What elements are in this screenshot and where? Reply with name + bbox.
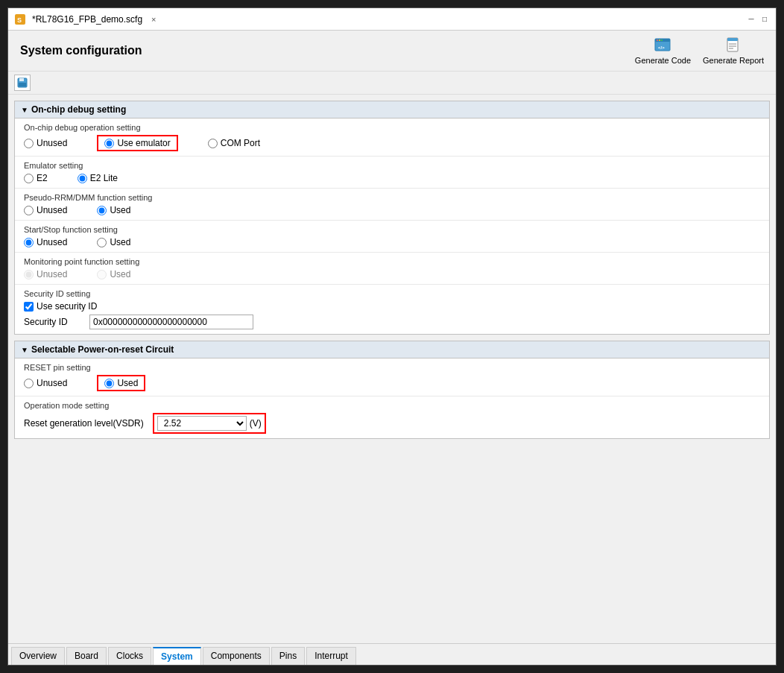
tab-pins[interactable]: Pins: [271, 647, 305, 665]
pseudo-rrm-radio-group: Unused Used: [24, 205, 760, 215]
radio-used2-label: Used: [110, 205, 130, 215]
radio-com-port-label: COM Port: [221, 138, 260, 148]
generate-code-label: Generate Code: [635, 56, 691, 65]
radio-e2-label: E2: [37, 173, 48, 183]
header-actions: </> Generate Code Generate Report: [635, 37, 764, 65]
tab-overview[interactable]: Overview: [11, 647, 65, 665]
debug-operation-label: On-chip debug operation setting: [24, 123, 760, 132]
security-id-field-label: Security ID: [24, 317, 83, 327]
radio-used4-label: Used: [110, 269, 130, 279]
main-window: S *RL78G16_FPB_demo.scfg × ─ □ System co…: [7, 7, 777, 666]
radio-used2-input[interactable]: [97, 206, 107, 215]
radio-unused5: Unused: [24, 378, 67, 388]
collapse-arrow-debug[interactable]: ▼: [21, 106, 28, 114]
reset-gen-level-label: Reset generation level(VSDR): [24, 418, 144, 429]
security-id-input-row: Security ID: [24, 315, 760, 329]
radio-used5-label: Used: [117, 378, 138, 388]
radio-used3-input[interactable]: [97, 238, 107, 247]
section-on-chip-debug: ▼ On-chip debug setting On-chip debug op…: [14, 101, 770, 335]
radio-e2-input[interactable]: [24, 174, 34, 183]
tab-system[interactable]: System: [153, 647, 201, 665]
svg-rect-9: [727, 38, 738, 41]
radio-unused5-label: Unused: [37, 378, 67, 388]
radio-e2: E2: [24, 173, 48, 183]
start-stop-label: Start/Stop function setting: [24, 225, 760, 234]
radio-used3: Used: [97, 237, 130, 247]
setting-operation-mode: Operation mode setting Reset generation …: [15, 396, 769, 438]
setting-debug-operation: On-chip debug operation setting Unused U…: [15, 119, 769, 157]
minimize-button[interactable]: ─: [746, 14, 756, 25]
radio-used3-label: Used: [110, 237, 130, 247]
security-id-input[interactable]: [89, 315, 253, 329]
save-button[interactable]: [14, 75, 31, 91]
tab-title: *RL78G16_FPB_demo.scfg: [32, 14, 142, 25]
radio-unused3-input[interactable]: [24, 238, 34, 247]
reset-pin-radio-group: Unused Used: [24, 375, 760, 391]
generate-report-button[interactable]: Generate Report: [703, 37, 764, 65]
radio-used4: Used: [97, 269, 130, 279]
svg-point-6: [661, 40, 663, 41]
radio-unused3-label: Unused: [37, 237, 67, 247]
start-stop-radio-group: Unused Used: [24, 237, 760, 247]
radio-unused3: Unused: [24, 237, 67, 247]
setting-emulator: Emulator setting E2 E2 Lite: [15, 157, 769, 189]
emulator-setting-label: Emulator setting: [24, 161, 760, 170]
radio-unused2-label: Unused: [37, 205, 67, 215]
tab-clocks[interactable]: Clocks: [108, 647, 151, 665]
section-label-debug: On-chip debug setting: [31, 104, 126, 115]
radio-unused4: Unused: [24, 269, 67, 279]
radio-use-emulator-input[interactable]: [104, 139, 114, 148]
tab-components[interactable]: Components: [203, 647, 270, 665]
setting-monitoring: Monitoring point function setting Unused…: [15, 253, 769, 285]
use-security-id-checkbox[interactable]: [24, 302, 34, 312]
section-content-debug: On-chip debug operation setting Unused U…: [15, 119, 769, 334]
generate-code-button[interactable]: </> Generate Code: [635, 37, 691, 65]
pseudo-rrm-label: Pseudo-RRM/DMM function setting: [24, 193, 760, 202]
toolbar: [8, 72, 776, 95]
app-icon: S: [14, 13, 26, 25]
collapse-arrow-power[interactable]: ▼: [21, 346, 28, 354]
radio-unused2: Unused: [24, 205, 67, 215]
monitoring-label: Monitoring point function setting: [24, 257, 760, 266]
security-id-section-label: Security ID setting: [24, 289, 760, 298]
content-area: ▼ On-chip debug setting On-chip debug op…: [8, 95, 776, 643]
radio-e2-lite-input[interactable]: [78, 174, 87, 183]
vsdr-dropdown[interactable]: 2.52 2.67 2.80 2.95: [157, 416, 247, 431]
setting-pseudo-rrm: Pseudo-RRM/DMM function setting Unused U…: [15, 189, 769, 221]
radio-unused5-input[interactable]: [24, 379, 34, 388]
section-header-debug: ▼ On-chip debug setting: [15, 101, 769, 119]
radio-unused1-input[interactable]: [24, 139, 34, 148]
window-controls: ─ □: [746, 14, 770, 25]
operation-mode-label: Operation mode setting: [24, 401, 760, 410]
tab-interrupt[interactable]: Interrupt: [306, 647, 356, 665]
radio-unused2-input[interactable]: [24, 206, 34, 215]
reset-pin-label: RESET pin setting: [24, 363, 760, 372]
operation-mode-controls: Reset generation level(VSDR) 2.52 2.67 2…: [24, 413, 760, 434]
monitoring-radio-group: Unused Used: [24, 269, 760, 279]
setting-reset-pin: RESET pin setting Unused Used: [15, 358, 769, 396]
section-label-power: Selectable Power-on-reset Circuit: [31, 344, 174, 355]
setting-security-id: Security ID setting Use security ID Secu…: [15, 285, 769, 334]
radio-used2: Used: [97, 205, 130, 215]
tab-board[interactable]: Board: [66, 647, 107, 665]
radio-com-port-input[interactable]: [208, 139, 218, 148]
svg-point-5: [659, 40, 660, 41]
svg-point-4: [657, 40, 658, 41]
debug-operation-radio-group: Unused Use emulator COM Port: [24, 135, 760, 151]
title-bar: S *RL78G16_FPB_demo.scfg × ─ □: [8, 8, 776, 31]
use-security-id-label: Use security ID: [37, 301, 97, 312]
svg-text:</>: </>: [658, 45, 665, 50]
svg-rect-14: [19, 78, 24, 81]
radio-unused4-label: Unused: [37, 269, 67, 279]
radio-used5-input[interactable]: [104, 379, 114, 388]
page-title: System configuration: [20, 44, 142, 57]
radio-unused1: Unused: [24, 138, 67, 148]
use-security-id-checkbox-row: Use security ID: [24, 301, 760, 312]
generate-report-label: Generate Report: [703, 56, 764, 65]
radio-unused1-label: Unused: [37, 138, 67, 148]
radio-use-emulator-highlight: Use emulator: [97, 135, 177, 151]
code-icon: </>: [654, 37, 671, 54]
radio-com-port: COM Port: [208, 138, 260, 148]
maximize-button[interactable]: □: [759, 14, 770, 25]
close-tab-button[interactable]: ×: [151, 15, 156, 24]
